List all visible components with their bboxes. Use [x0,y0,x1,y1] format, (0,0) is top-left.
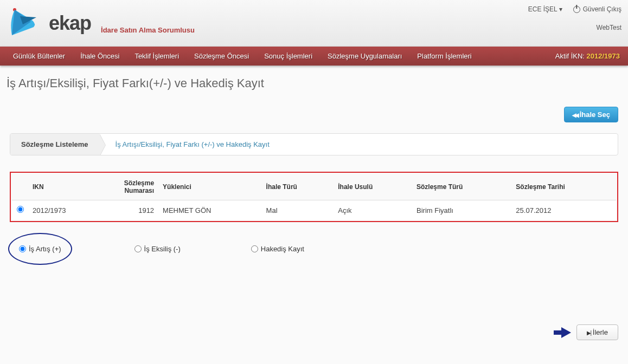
breadcrumb-sozlesme-listeleme[interactable]: Sözleşme Listeleme [10,134,99,155]
cell-ihale-turu: Mal [262,200,334,220]
cell-sozlesme-tarihi: 25.07.2012 [511,200,616,220]
nav-teklif-islemleri[interactable]: Teklif İşlemleri [127,47,187,66]
cell-ikn: 2012/1973 [28,200,104,220]
option-is-eksilis-radio[interactable] [134,245,142,252]
cell-ihale-usulu: Açık [334,200,412,220]
row-select-radio[interactable] [17,206,24,213]
cell-yuklenici: MEHMET GÖN [158,200,262,220]
option-is-artis-label[interactable]: İş Artış (+) [29,245,61,253]
col-sozlesme-no: Sözleşme Numarası [104,174,158,200]
ilerle-button[interactable]: İlerle [576,324,618,340]
ihale-sec-button[interactable]: İhale Seç [564,107,618,122]
header-subtitle: İdare Satın Alma Sorumlusu [101,26,195,34]
logo-icon [7,5,44,41]
nav-platform-islemleri[interactable]: Platform İşlemleri [409,47,479,66]
breadcrumb: Sözleşme Listeleme İş Artışı/Eksilişi, F… [10,133,618,155]
breadcrumb-is-artisi[interactable]: İş Artışı/Eksilişi, Fiyat Farkı (+/-) ve… [99,134,280,155]
option-hakedis-kayit-radio[interactable] [251,245,258,252]
col-sozlesme-turu: Sözleşme Türü [412,174,511,200]
cell-sozlesme-no: 1912 [104,200,158,220]
active-ikn: Aktif İKN: 2012/1973 [553,47,623,66]
nav-sozlesme-uygulamalari[interactable]: Sözleşme Uygulamaları [320,47,409,66]
logo-text: ekap [49,12,91,35]
user-menu[interactable]: ECE İŞEL ▾ [528,5,562,13]
cell-sozlesme-turu: Birim Fiyatlı [412,200,511,220]
nav-sonuc-islemleri[interactable]: Sonuç İşlemleri [257,47,320,66]
page-title: İş Artışı/Eksilişi, Fiyat Farkı(+/-) ve … [0,66,628,107]
logout-button[interactable]: Güvenli Çıkış [573,5,621,13]
col-yuklenici: Yüklenici [158,174,262,200]
power-icon [573,6,580,13]
table-row[interactable]: 2012/1973 1912 MEHMET GÖN Mal Açık Birim… [12,200,616,220]
col-ihale-turu: İhale Türü [262,174,334,200]
nav-ihale-oncesi[interactable]: İhale Öncesi [73,47,127,66]
option-is-eksilis-label[interactable]: İş Eksiliş (-) [144,245,181,253]
contract-table-wrap: IKN Sözleşme Numarası Yüklenici İhale Tü… [10,172,618,222]
nav-gunluk-bultenler[interactable]: Günlük Bültenler [5,47,73,66]
col-sozlesme-tarihi: Sözleşme Tarihi [511,174,616,200]
option-is-artis-radio[interactable] [19,245,26,252]
contract-table: IKN Sözleşme Numarası Yüklenici İhale Tü… [12,174,616,220]
col-ihale-usulu: İhale Usulü [334,174,412,200]
env-label: WebTest [528,24,621,31]
arrow-annotation-icon [561,327,571,338]
option-hakedis-kayit-label[interactable]: Hakediş Kayıt [261,245,304,253]
col-ikn: IKN [28,174,104,200]
nav-sozlesme-oncesi[interactable]: Sözleşme Öncesi [187,47,257,66]
